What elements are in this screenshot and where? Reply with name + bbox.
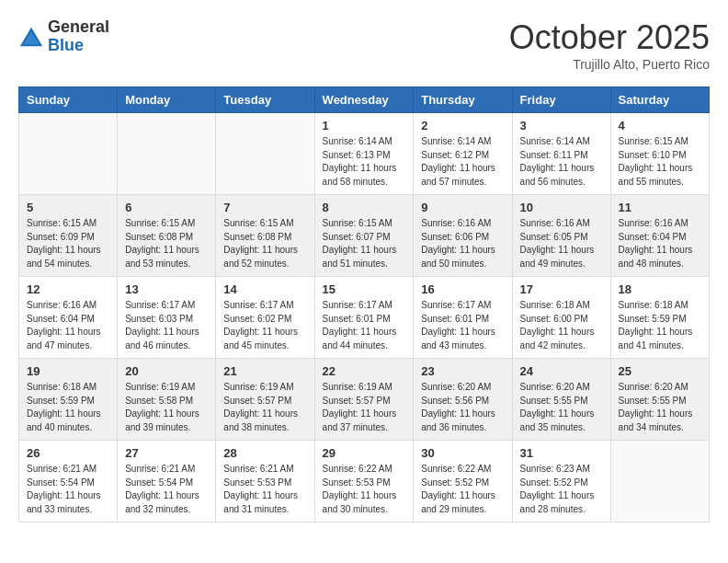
day-number: 24 (520, 364, 603, 378)
calendar-cell: 27Sunrise: 6:21 AM Sunset: 5:54 PM Dayli… (118, 441, 216, 523)
calendar-cell: 6Sunrise: 6:15 AM Sunset: 6:08 PM Daylig… (118, 195, 216, 277)
calendar-cell (19, 113, 118, 195)
day-info: Sunrise: 6:22 AM Sunset: 5:53 PM Dayligh… (323, 463, 406, 516)
calendar-cell: 15Sunrise: 6:17 AM Sunset: 6:01 PM Dayli… (314, 277, 414, 359)
weekday-header-wednesday: Wednesday (314, 87, 414, 113)
calendar-cell: 31Sunrise: 6:23 AM Sunset: 5:52 PM Dayli… (512, 441, 610, 523)
day-info: Sunrise: 6:19 AM Sunset: 5:57 PM Dayligh… (323, 381, 406, 434)
calendar-table: SundayMondayTuesdayWednesdayThursdayFrid… (18, 86, 710, 523)
week-row-2: 5Sunrise: 6:15 AM Sunset: 6:09 PM Daylig… (19, 195, 710, 277)
calendar-cell: 7Sunrise: 6:15 AM Sunset: 6:08 PM Daylig… (216, 195, 314, 277)
day-number: 17 (520, 282, 603, 296)
calendar-cell: 11Sunrise: 6:16 AM Sunset: 6:04 PM Dayli… (610, 195, 709, 277)
week-row-4: 19Sunrise: 6:18 AM Sunset: 5:59 PM Dayli… (19, 359, 710, 441)
day-info: Sunrise: 6:21 AM Sunset: 5:54 PM Dayligh… (125, 463, 208, 516)
day-number: 11 (619, 201, 701, 214)
calendar-cell: 8Sunrise: 6:15 AM Sunset: 6:07 PM Daylig… (314, 195, 414, 277)
calendar-cell: 20Sunrise: 6:19 AM Sunset: 5:58 PM Dayli… (118, 359, 216, 441)
day-number: 27 (125, 446, 208, 460)
weekday-header-thursday: Thursday (414, 87, 512, 113)
day-info: Sunrise: 6:16 AM Sunset: 6:04 PM Dayligh… (619, 217, 701, 270)
day-info: Sunrise: 6:14 AM Sunset: 6:11 PM Dayligh… (520, 135, 603, 189)
day-number: 16 (421, 282, 504, 296)
logo-blue-text: Blue (48, 36, 84, 54)
calendar-cell (118, 113, 216, 195)
day-info: Sunrise: 6:16 AM Sunset: 6:06 PM Dayligh… (421, 217, 504, 270)
calendar-cell (610, 441, 709, 523)
calendar-cell: 14Sunrise: 6:17 AM Sunset: 6:02 PM Dayli… (216, 277, 314, 359)
title-block: October 2025 Trujillo Alto, Puerto Rico (509, 18, 710, 72)
week-row-3: 12Sunrise: 6:16 AM Sunset: 6:04 PM Dayli… (19, 277, 710, 359)
day-number: 20 (125, 364, 208, 378)
day-info: Sunrise: 6:15 AM Sunset: 6:07 PM Dayligh… (323, 217, 406, 270)
day-info: Sunrise: 6:20 AM Sunset: 5:56 PM Dayligh… (421, 381, 504, 434)
logo-general-text: General (48, 17, 109, 36)
calendar-cell: 2Sunrise: 6:14 AM Sunset: 6:12 PM Daylig… (414, 113, 512, 195)
calendar-cell: 13Sunrise: 6:17 AM Sunset: 6:03 PM Dayli… (118, 277, 216, 359)
day-info: Sunrise: 6:21 AM Sunset: 5:53 PM Dayligh… (223, 463, 306, 516)
calendar-cell: 18Sunrise: 6:18 AM Sunset: 5:59 PM Dayli… (610, 277, 709, 359)
day-info: Sunrise: 6:17 AM Sunset: 6:01 PM Dayligh… (421, 299, 504, 352)
day-info: Sunrise: 6:18 AM Sunset: 5:59 PM Dayligh… (27, 381, 109, 434)
day-info: Sunrise: 6:14 AM Sunset: 6:13 PM Dayligh… (323, 135, 406, 189)
day-number: 21 (223, 364, 306, 378)
day-number: 10 (520, 201, 603, 214)
day-number: 19 (27, 364, 109, 378)
calendar-cell: 3Sunrise: 6:14 AM Sunset: 6:11 PM Daylig… (512, 113, 610, 195)
day-number: 8 (323, 201, 406, 214)
day-info: Sunrise: 6:16 AM Sunset: 6:05 PM Dayligh… (520, 217, 603, 270)
calendar-cell: 17Sunrise: 6:18 AM Sunset: 6:00 PM Dayli… (512, 277, 610, 359)
day-number: 22 (323, 364, 406, 378)
day-info: Sunrise: 6:19 AM Sunset: 5:57 PM Dayligh… (223, 381, 306, 434)
logo: General Blue (18, 18, 109, 55)
day-number: 9 (421, 201, 504, 214)
week-row-1: 1Sunrise: 6:14 AM Sunset: 6:13 PM Daylig… (19, 113, 710, 195)
week-row-5: 26Sunrise: 6:21 AM Sunset: 5:54 PM Dayli… (19, 441, 710, 523)
day-info: Sunrise: 6:17 AM Sunset: 6:03 PM Dayligh… (125, 299, 208, 352)
calendar-cell: 22Sunrise: 6:19 AM Sunset: 5:57 PM Dayli… (314, 359, 414, 441)
location-subtitle: Trujillo Alto, Puerto Rico (509, 57, 710, 72)
day-number: 28 (223, 446, 306, 460)
day-info: Sunrise: 6:15 AM Sunset: 6:10 PM Dayligh… (619, 135, 701, 189)
day-info: Sunrise: 6:15 AM Sunset: 6:09 PM Dayligh… (27, 217, 109, 270)
calendar-cell: 28Sunrise: 6:21 AM Sunset: 5:53 PM Dayli… (216, 441, 314, 523)
calendar-cell: 25Sunrise: 6:20 AM Sunset: 5:55 PM Dayli… (610, 359, 709, 441)
day-info: Sunrise: 6:23 AM Sunset: 5:52 PM Dayligh… (520, 463, 603, 516)
weekday-header-tuesday: Tuesday (216, 87, 314, 113)
day-info: Sunrise: 6:16 AM Sunset: 6:04 PM Dayligh… (27, 299, 109, 352)
calendar-cell: 29Sunrise: 6:22 AM Sunset: 5:53 PM Dayli… (314, 441, 414, 523)
day-number: 5 (27, 201, 109, 214)
day-info: Sunrise: 6:14 AM Sunset: 6:12 PM Dayligh… (421, 135, 504, 189)
calendar-cell: 24Sunrise: 6:20 AM Sunset: 5:55 PM Dayli… (512, 359, 610, 441)
day-number: 1 (323, 119, 406, 132)
day-info: Sunrise: 6:20 AM Sunset: 5:55 PM Dayligh… (619, 381, 701, 434)
day-info: Sunrise: 6:21 AM Sunset: 5:54 PM Dayligh… (27, 463, 109, 516)
calendar-cell: 9Sunrise: 6:16 AM Sunset: 6:06 PM Daylig… (414, 195, 512, 277)
day-info: Sunrise: 6:18 AM Sunset: 6:00 PM Dayligh… (520, 299, 603, 352)
day-number: 3 (520, 119, 603, 132)
calendar-cell (216, 113, 314, 195)
calendar-cell: 16Sunrise: 6:17 AM Sunset: 6:01 PM Dayli… (414, 277, 512, 359)
day-info: Sunrise: 6:20 AM Sunset: 5:55 PM Dayligh… (520, 381, 603, 434)
day-number: 4 (619, 119, 701, 132)
calendar-cell: 23Sunrise: 6:20 AM Sunset: 5:56 PM Dayli… (414, 359, 512, 441)
calendar-cell: 26Sunrise: 6:21 AM Sunset: 5:54 PM Dayli… (19, 441, 118, 523)
calendar-cell: 30Sunrise: 6:22 AM Sunset: 5:52 PM Dayli… (414, 441, 512, 523)
day-info: Sunrise: 6:17 AM Sunset: 6:02 PM Dayligh… (223, 299, 306, 352)
calendar-cell: 4Sunrise: 6:15 AM Sunset: 6:10 PM Daylig… (610, 113, 709, 195)
month-title: October 2025 (509, 18, 710, 57)
day-info: Sunrise: 6:15 AM Sunset: 6:08 PM Dayligh… (125, 217, 208, 270)
calendar-cell: 10Sunrise: 6:16 AM Sunset: 6:05 PM Dayli… (512, 195, 610, 277)
day-number: 13 (125, 282, 208, 296)
day-number: 29 (323, 446, 406, 460)
calendar-cell: 21Sunrise: 6:19 AM Sunset: 5:57 PM Dayli… (216, 359, 314, 441)
weekday-header-monday: Monday (118, 87, 216, 113)
day-number: 6 (125, 201, 208, 214)
calendar-cell: 19Sunrise: 6:18 AM Sunset: 5:59 PM Dayli… (19, 359, 118, 441)
day-number: 30 (421, 446, 504, 460)
day-info: Sunrise: 6:22 AM Sunset: 5:52 PM Dayligh… (421, 463, 504, 516)
day-number: 14 (223, 282, 306, 296)
day-info: Sunrise: 6:18 AM Sunset: 5:59 PM Dayligh… (619, 299, 701, 352)
day-number: 31 (520, 446, 603, 460)
weekday-header-row: SundayMondayTuesdayWednesdayThursdayFrid… (19, 87, 710, 113)
